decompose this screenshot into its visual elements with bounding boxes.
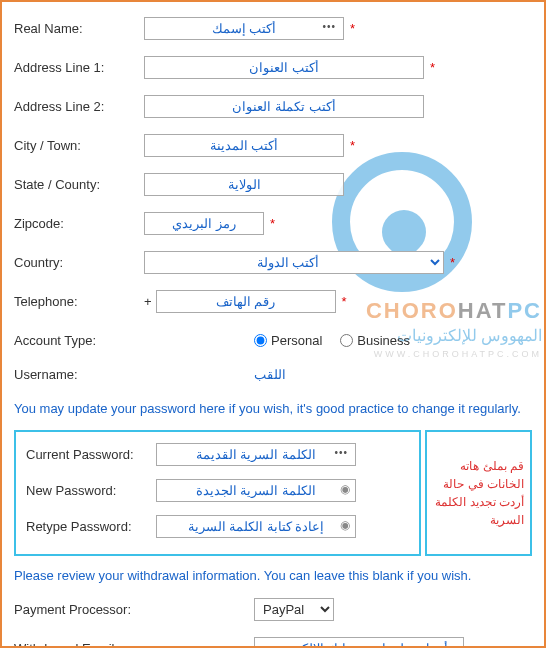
password-box: Current Password: ••• New Password: ◉ Re… — [14, 430, 421, 556]
row-city: City / Town: * — [14, 133, 532, 157]
row-real-name: Real Name: ••• * — [14, 16, 532, 40]
password-note: You may update your password here if you… — [14, 401, 532, 416]
address2-input[interactable] — [144, 95, 424, 118]
row-withdrawal-email: Withdrawal Email: — [14, 636, 532, 648]
label-retype-password: Retype Password: — [26, 519, 156, 534]
row-zipcode: Zipcode: * — [14, 211, 532, 235]
current-password-input[interactable] — [156, 443, 356, 466]
withdrawal-email-input[interactable] — [254, 637, 464, 649]
label-real-name: Real Name: — [14, 21, 144, 36]
city-input[interactable] — [144, 134, 344, 157]
username-value: اللقب — [254, 367, 286, 382]
new-password-input[interactable] — [156, 479, 356, 502]
required-asterisk: * — [342, 294, 347, 309]
row-payment-processor: Payment Processor: PayPal — [14, 597, 532, 621]
row-country: Country: أكتب الدولة * — [14, 250, 532, 274]
row-account-type: Account Type: Personal Business — [14, 328, 532, 352]
required-asterisk: * — [430, 60, 435, 75]
radio-business[interactable]: Business — [340, 333, 410, 348]
label-address1: Address Line 1: — [14, 60, 144, 75]
label-city: City / Town: — [14, 138, 144, 153]
label-country: Country: — [14, 255, 144, 270]
label-telephone: Telephone: — [14, 294, 144, 309]
form: Real Name: ••• * Address Line 1: * Addre… — [14, 16, 532, 648]
required-asterisk: * — [270, 216, 275, 231]
row-address1: Address Line 1: * — [14, 55, 532, 79]
withdrawal-note: Please review your withdrawal informatio… — [14, 568, 532, 583]
required-asterisk: * — [350, 21, 355, 36]
label-address2: Address Line 2: — [14, 99, 144, 114]
required-asterisk: * — [350, 138, 355, 153]
row-username: Username: اللقب — [14, 362, 532, 386]
row-state: State / County: — [14, 172, 532, 196]
row-retype-password: Retype Password: ◉ — [26, 514, 409, 538]
row-address2: Address Line 2: — [14, 94, 532, 118]
state-input[interactable] — [144, 173, 344, 196]
label-payment-processor: Payment Processor: — [14, 602, 144, 617]
label-new-password: New Password: — [26, 483, 156, 498]
payment-processor-select[interactable]: PayPal — [254, 598, 334, 621]
label-username: Username: — [14, 367, 144, 382]
telephone-input[interactable] — [156, 290, 336, 313]
form-container: CHOROHATPC المهووس للإلكترونيات WWW.CHOR… — [0, 0, 546, 648]
label-current-password: Current Password: — [26, 447, 156, 462]
required-asterisk: * — [450, 255, 455, 270]
phone-prefix: + — [144, 294, 152, 309]
label-zipcode: Zipcode: — [14, 216, 144, 231]
label-state: State / County: — [14, 177, 144, 192]
label-withdrawal-email: Withdrawal Email: — [14, 641, 144, 649]
row-new-password: New Password: ◉ — [26, 478, 409, 502]
label-account-type: Account Type: — [14, 333, 144, 348]
real-name-input[interactable] — [144, 17, 344, 40]
address1-input[interactable] — [144, 56, 424, 79]
row-current-password: Current Password: ••• — [26, 442, 409, 466]
retype-password-input[interactable] — [156, 515, 356, 538]
row-telephone: Telephone: + * — [14, 289, 532, 313]
password-section: Current Password: ••• New Password: ◉ Re… — [14, 430, 532, 556]
radio-personal[interactable]: Personal — [254, 333, 322, 348]
password-callout: قم بملئ هاته الخانات في حالة أردت تجديد … — [425, 430, 532, 556]
country-select[interactable]: أكتب الدولة — [144, 251, 444, 274]
zipcode-input[interactable] — [144, 212, 264, 235]
